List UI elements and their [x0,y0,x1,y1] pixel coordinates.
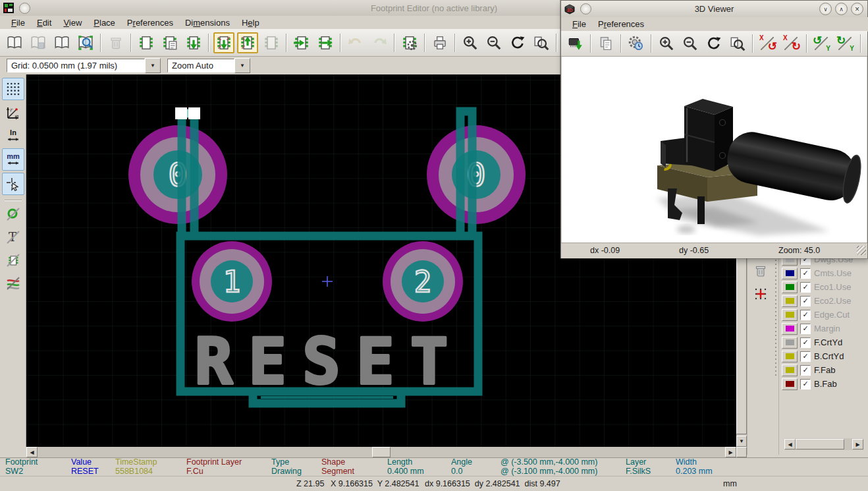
menu-item[interactable]: Edit [31,17,57,28]
close-button[interactable]: × [851,3,863,15]
layer-color-swatch[interactable] [782,295,798,307]
hscroll-right-button[interactable]: ▶ [725,447,736,457]
layer-color-swatch[interactable] [782,378,798,390]
update-footprint-on-board-button[interactable] [213,32,234,53]
layer-row[interactable]: ✓ Eco1.Use [782,280,865,294]
grid-select-arrow[interactable]: ▼ [145,58,161,73]
zoom-select-arrow[interactable]: ▼ [234,58,250,73]
minimize-button[interactable]: ∨ [819,3,832,15]
zoom-select[interactable]: Zoom Auto ▼ [167,58,250,73]
menu-item[interactable]: File [5,17,31,28]
viewer3d-canvas[interactable] [562,57,867,243]
layer-visible-checkbox[interactable]: ✓ [800,324,811,334]
menu-item[interactable]: Dimensions [179,17,236,28]
menu-item[interactable]: View [57,17,88,28]
layer-row[interactable]: ✓ Eco2.Use [782,294,865,308]
layer-visible-checkbox[interactable]: ✓ [800,351,811,362]
footprint-value-text[interactable]: RESET [195,325,464,399]
load-footprint-from-library-button[interactable] [183,32,204,53]
pad-1[interactable]: 1 [192,241,272,322]
layer-color-swatch[interactable] [782,351,798,362]
layer-row[interactable]: ✓ F.Fab [782,363,865,377]
redraw-button[interactable] [507,32,528,53]
redraw-button[interactable] [703,33,724,54]
reload-board-button[interactable] [565,33,586,54]
menu-item[interactable]: Help [236,17,265,28]
layer-row[interactable]: ✓ B.CrtYd [782,349,865,363]
menu-item[interactable]: Preferences [121,17,179,28]
viewer3d-window[interactable]: 3D 3D Viewer ∨ ∧ × FilePreferences X↺ [560,0,868,258]
pad-2[interactable]: 2 [383,241,463,322]
export-footprint-button[interactable] [315,32,336,53]
rotate-y-cw-button[interactable]: ↻Y [835,33,856,54]
zoom-select-value[interactable]: Zoom Auto [167,59,234,72]
canvas-hscrollbar[interactable]: ◀ ▶ [26,447,736,457]
grid-select[interactable]: Grid: 0.0500 mm (1.97 mils) ▼ [7,58,161,73]
grid-select-value[interactable]: Grid: 0.0500 mm (1.97 mils) [7,59,145,72]
layer-row[interactable]: ✓ F.CrtYd [782,335,865,349]
layers-hscrollbar[interactable]: ◀ ▶ [784,438,863,450]
layer-row[interactable]: ✓ Edge.Cut [782,308,865,322]
insert-footprint-on-board-button[interactable] [237,32,258,53]
menu-item[interactable]: Place [88,17,121,28]
hscroll-thumb[interactable] [372,447,391,457]
units-mm-button[interactable]: mm [2,148,24,171]
segment-handle[interactable] [188,107,200,119]
layer-visible-checkbox[interactable]: ✓ [800,282,811,293]
grid-origin-button[interactable] [750,283,771,304]
rotate-x-cw-button[interactable]: X↻ [781,33,802,54]
pad-sketch-mode-button[interactable] [3,204,24,225]
zoom-in-button[interactable] [656,33,677,54]
segment-handle[interactable] [175,107,187,119]
browse-libraries-button[interactable] [75,32,96,53]
layer-visible-checkbox[interactable]: ✓ [800,379,811,390]
render-options-button[interactable] [626,33,647,54]
menu-item[interactable]: Preferences [592,18,650,30]
layers-scroll-thumb[interactable] [796,439,844,449]
units-inches-button[interactable]: In [3,125,24,146]
layers-scroll-left[interactable]: ◀ [784,439,796,449]
resize-grip[interactable] [857,246,866,255]
open-library-button[interactable] [51,32,72,53]
menu-item[interactable]: File [566,18,592,30]
copy-image-button[interactable] [595,33,616,54]
layer-row[interactable]: ✓ Cmts.Use [782,266,865,280]
layer-visible-checkbox[interactable]: ✓ [800,310,811,320]
grid-toggle-button[interactable] [2,78,24,100]
high-contrast-mode-button[interactable] [3,273,24,294]
layer-visible-checkbox[interactable]: ✓ [800,268,811,279]
layer-row[interactable]: ✓ Margin [782,322,865,335]
footprint-settings-button[interactable] [399,32,420,53]
hscroll-left-button[interactable]: ◀ [26,447,38,457]
delete-item-button[interactable] [750,260,771,281]
layer-color-swatch[interactable] [782,268,798,279]
layer-visible-checkbox[interactable]: ✓ [800,337,811,348]
layer-color-swatch[interactable] [782,337,798,349]
layer-color-swatch[interactable] [782,281,798,293]
footprint-properties-button[interactable] [159,32,180,53]
import-footprint-button[interactable] [291,32,312,53]
layer-color-swatch[interactable] [782,364,798,376]
layers-scroll-right[interactable]: ▶ [852,439,863,449]
edge-sketch-mode-button[interactable] [3,250,24,271]
selected-segment[interactable] [175,107,200,119]
layer-visible-checkbox[interactable]: ✓ [800,365,811,376]
new-footprint-button[interactable] [136,32,157,53]
zoom-fit-button[interactable] [727,33,748,54]
text-sketch-mode-button[interactable]: T [3,227,24,248]
viewer3d-titlebar[interactable]: 3D 3D Viewer ∨ ∧ × [561,1,867,18]
vscroll-down-button[interactable]: ▼ [736,436,747,447]
print-button[interactable] [429,32,450,53]
layer-visible-checkbox[interactable]: ✓ [800,296,811,306]
maximize-button[interactable]: ∧ [835,3,848,15]
layer-row[interactable]: ✓ B.Fab [782,377,865,391]
rotate-x-ccw-button[interactable]: X↺ [757,33,778,54]
rotate-y-ccw-button[interactable]: ↺Y [811,33,832,54]
zoom-fit-button[interactable] [531,32,552,53]
cursor-shape-button[interactable] [2,173,24,195]
layer-color-swatch[interactable] [782,309,798,321]
zoom-in-button[interactable] [460,32,481,53]
polar-coordinates-button[interactable]: φr [3,102,24,123]
zoom-out-button[interactable] [483,32,504,53]
new-library-button[interactable] [4,32,25,53]
